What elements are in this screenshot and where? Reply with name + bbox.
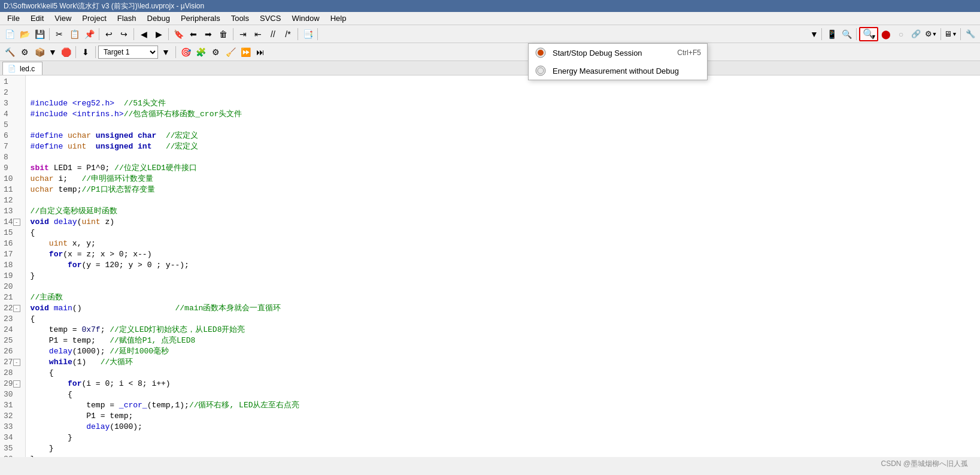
clear-bookmarks-btn[interactable]: 🗑 — [216, 27, 230, 41]
settings-dropdown-btn[interactable]: ⚙▼ — [924, 27, 938, 41]
indent-btn[interactable]: ⇥ — [236, 27, 250, 41]
start-stop-debug-label: Start/Stop Debug Session — [553, 49, 642, 58]
target-dropdown-btn[interactable]: ▼ — [47, 45, 58, 59]
sep6 — [298, 28, 298, 40]
dropdown-arrow-btn[interactable]: ▼ — [809, 27, 819, 41]
start-stop-debug-icon — [535, 47, 547, 59]
wrench-btn[interactable]: 🔧 — [963, 27, 978, 41]
save-btn[interactable]: 💾 — [32, 27, 47, 41]
stop-build-btn[interactable]: 🛑 — [59, 45, 73, 59]
menu-window[interactable]: Window — [287, 13, 324, 24]
debug-start-stop-btn[interactable]: 🔍▼ — [859, 27, 878, 41]
file-tab-icon: 📄 — [8, 65, 16, 72]
target-select[interactable]: Target 1 — [98, 46, 158, 59]
step-over-btn[interactable]: ⏩ — [238, 45, 253, 59]
reset-btn[interactable]: ○ — [894, 27, 908, 41]
undo-btn[interactable]: ↩ — [102, 27, 116, 41]
build-btn[interactable]: 🔨 — [2, 45, 17, 59]
start-stop-debug-shortcut: Ctrl+F5 — [677, 49, 701, 57]
sep-t2-1 — [75, 46, 76, 58]
menu-help[interactable]: Help — [326, 13, 351, 24]
menu-flash[interactable]: Flash — [113, 13, 141, 24]
svg-point-1 — [538, 50, 544, 56]
cut-btn[interactable]: ✂ — [52, 27, 66, 41]
redo-btn[interactable]: ↪ — [117, 27, 131, 41]
menu-edit[interactable]: Edit — [26, 13, 48, 24]
unindent-btn[interactable]: ⇤ — [251, 27, 265, 41]
code-area[interactable]: 1 2 3 4 5 6 7 8 9 10 11 12 13 14 - 15 16… — [0, 75, 980, 457]
menu-svcs[interactable]: SVCS — [255, 13, 286, 24]
manage-targets-btn[interactable]: 🎯 — [178, 45, 193, 59]
file-tab-label: led.c — [20, 65, 35, 73]
view-dropdown-btn[interactable]: 🖥▼ — [943, 27, 958, 41]
menu-file[interactable]: File — [2, 13, 25, 24]
sep-t2-3 — [175, 46, 176, 58]
watermark: CSDN @墨城烟柳へ旧人孤 — [881, 459, 968, 469]
energy-measure-label: Energy Measurement without Debug — [553, 66, 679, 75]
menu-project[interactable]: Project — [77, 13, 111, 24]
file-tab-led[interactable]: 📄 led.c — [2, 62, 43, 75]
sep5 — [233, 28, 233, 40]
clean-btn[interactable]: 🧹 — [223, 45, 238, 59]
download-btn[interactable]: ⬇ — [78, 45, 93, 59]
rebuild-btn[interactable]: ⚙ — [17, 45, 32, 59]
line-numbers: 1 2 3 4 5 6 7 8 9 10 11 12 13 14 - 15 16… — [0, 75, 26, 457]
stop-btn[interactable]: ⬤ — [879, 27, 893, 41]
dropdown-energy-measure[interactable]: Energy Measurement without Debug — [529, 62, 707, 80]
sep2 — [99, 28, 99, 40]
sep9 — [856, 28, 857, 40]
nav-back-btn[interactable]: ◀ — [136, 27, 151, 41]
svg-point-3 — [538, 68, 544, 74]
step-into-btn[interactable]: ⏭ — [253, 45, 268, 59]
sep8 — [821, 28, 822, 40]
batch-build-btn[interactable]: 📦 — [32, 45, 47, 59]
sep10 — [940, 28, 941, 40]
next-bookmark-btn[interactable]: ➡ — [201, 27, 216, 41]
menu-bar: File Edit View Project Flash Debug Perip… — [0, 12, 980, 25]
open-doc-btn[interactable]: 📑 — [301, 27, 315, 41]
sep4 — [168, 28, 169, 40]
link-btn[interactable]: 🔗 — [909, 27, 923, 41]
uncomment-btn[interactable]: /* — [281, 27, 295, 41]
sep11 — [960, 28, 961, 40]
menu-view[interactable]: View — [50, 13, 76, 24]
copy-btn[interactable]: 📋 — [67, 27, 81, 41]
bookmark-btn[interactable]: 🔖 — [171, 27, 186, 41]
new-btn[interactable]: 📄 — [2, 27, 17, 41]
menu-tools[interactable]: Tools — [226, 13, 254, 24]
sep7 — [317, 28, 318, 40]
title-text: D:\Softwork\keil5 Work\流水灯 v3 (前实习)\led.… — [4, 1, 204, 11]
title-bar: D:\Softwork\keil5 Work\流水灯 v3 (前实习)\led.… — [0, 0, 980, 12]
watermark-text: CSDN @墨城烟柳へ旧人孤 — [881, 459, 968, 468]
dropdown-start-stop-debug[interactable]: Start/Stop Debug Session Ctrl+F5 — [529, 44, 707, 62]
tab-bar: 📄 led.c — [0, 61, 980, 75]
target-expand-btn[interactable]: ▼ — [159, 45, 173, 59]
sep3 — [134, 28, 134, 40]
fold-22[interactable]: - — [13, 305, 20, 312]
components-btn[interactable]: 🧩 — [193, 45, 208, 59]
menu-debug[interactable]: Debug — [142, 13, 175, 24]
fold-29[interactable]: - — [13, 380, 20, 388]
fold-27[interactable]: - — [13, 359, 20, 366]
fold-14[interactable]: - — [13, 219, 20, 226]
sep1 — [49, 28, 50, 40]
open-device-btn[interactable]: 📱 — [824, 27, 839, 41]
target-options-btn[interactable]: ⚙ — [208, 45, 223, 59]
prev-bookmark-btn[interactable]: ⬅ — [186, 27, 201, 41]
paste-btn[interactable]: 📌 — [82, 27, 96, 41]
toolbar2: 🔨 ⚙ 📦 ▼ 🛑 ⬇ Target 1 ▼ 🎯 🧩 ⚙ 🧹 ⏩ ⏭ — [0, 43, 980, 61]
menu-peripherals[interactable]: Peripherals — [176, 13, 225, 24]
sep-t2-2 — [95, 46, 96, 58]
energy-measure-icon — [535, 65, 547, 77]
nav-fwd-btn[interactable]: ▶ — [151, 27, 166, 41]
toolbar1: 📄 📂 💾 ✂ 📋 📌 ↩ ↪ ◀ ▶ 🔖 ⬅ ➡ 🗑 ⇥ ⇤ // /* 📑 … — [0, 25, 980, 43]
open-btn[interactable]: 📂 — [17, 27, 32, 41]
search-btn[interactable]: 🔍 — [839, 27, 854, 41]
comment-btn[interactable]: // — [266, 27, 280, 41]
code-content[interactable]: #include <reg52.h> //51头文件 #include <int… — [26, 75, 980, 457]
dropdown-menu: Start/Stop Debug Session Ctrl+F5 Energy … — [528, 43, 708, 80]
